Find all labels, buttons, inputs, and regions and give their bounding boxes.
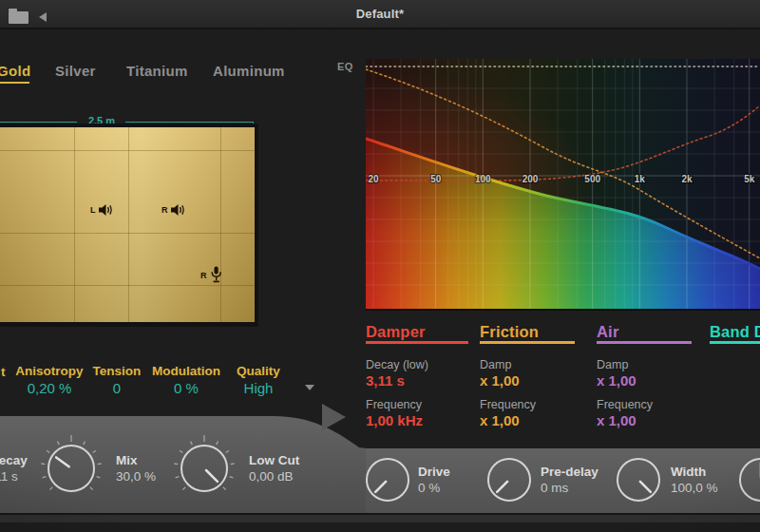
section-friction: Friction Damp x 1,00 Frequency x 1,00 bbox=[480, 323, 603, 341]
section-band-damper: Band Damper bbox=[710, 323, 760, 341]
svg-text:100: 100 bbox=[475, 174, 491, 184]
param-anisotropy: Anisotropy 0,20 % bbox=[15, 364, 83, 396]
dimension-line bbox=[0, 122, 77, 123]
svg-text:200: 200 bbox=[522, 174, 539, 184]
low-cut-knob-label: Low Cut bbox=[249, 453, 299, 467]
section-title[interactable]: Damper bbox=[366, 323, 489, 341]
play-button[interactable] bbox=[322, 404, 346, 430]
param-clipped: t bbox=[1, 365, 6, 379]
bottom-strip bbox=[0, 513, 760, 522]
svg-text:50: 50 bbox=[430, 174, 442, 184]
clipped-right-knob[interactable] bbox=[727, 446, 760, 514]
plate-surface[interactable]: L R R bbox=[0, 127, 255, 322]
speaker-left-label: L bbox=[90, 205, 96, 215]
section-row-label: Decay (low) bbox=[366, 358, 428, 371]
param-tension: Tension 0 bbox=[93, 364, 142, 396]
svg-text:5k: 5k bbox=[744, 174, 755, 184]
param-label: Tension bbox=[93, 364, 142, 378]
mix-knob-label: Mix bbox=[116, 453, 138, 467]
svg-text:2k: 2k bbox=[681, 174, 693, 184]
section-row-label: Damp bbox=[597, 358, 628, 371]
plate-gridline bbox=[0, 150, 255, 151]
section-row-value[interactable]: x 1,00 bbox=[597, 372, 636, 389]
header-bar: Default* bbox=[0, 0, 760, 29]
param-value[interactable]: 0 % bbox=[152, 380, 220, 396]
eq-section-label: EQ bbox=[337, 61, 353, 72]
pre-delay-knob-value[interactable]: 0 ms bbox=[541, 481, 568, 495]
previous-preset-icon[interactable] bbox=[39, 12, 47, 22]
plate-gridline bbox=[0, 233, 255, 234]
param-value[interactable]: High bbox=[237, 380, 280, 396]
tab-aluminum[interactable]: Aluminum bbox=[213, 63, 285, 79]
preset-name[interactable]: Default* bbox=[356, 7, 405, 21]
section-underline bbox=[710, 341, 760, 344]
section-underline bbox=[597, 341, 692, 344]
section-row-value[interactable]: 3,11 s bbox=[366, 372, 405, 389]
section-underline bbox=[480, 341, 575, 344]
mic-right[interactable]: R bbox=[200, 266, 222, 284]
param-label: Modulation bbox=[152, 364, 220, 378]
section-title[interactable]: Friction bbox=[480, 323, 603, 341]
param-quality: Quality High bbox=[237, 364, 280, 396]
tab-titanium[interactable]: Titanium bbox=[126, 63, 188, 79]
param-value[interactable]: 0 bbox=[93, 380, 142, 396]
preset-folder-icon[interactable] bbox=[9, 11, 28, 24]
section-damper: Damper Decay (low) 3,11 s Frequency 1,00… bbox=[366, 323, 489, 341]
svg-text:20: 20 bbox=[368, 174, 379, 184]
microphone-icon bbox=[210, 266, 222, 284]
width-knob-value[interactable]: 100,0 % bbox=[671, 481, 718, 495]
tab-gold[interactable]: Gold bbox=[0, 63, 30, 79]
tab-silver[interactable]: Silver bbox=[55, 63, 96, 79]
svg-text:500: 500 bbox=[584, 174, 600, 184]
plate-gridline bbox=[0, 285, 255, 286]
plate-gridline bbox=[220, 127, 221, 322]
section-row-label: Damp bbox=[480, 358, 511, 371]
decay-knob-label: Decay bbox=[0, 453, 28, 467]
param-label: Anisotropy bbox=[15, 364, 83, 378]
drive-knob-value[interactable]: 0 % bbox=[418, 481, 440, 495]
mix-knob[interactable] bbox=[35, 432, 107, 504]
width-knob-label: Width bbox=[671, 465, 706, 479]
width-knob[interactable] bbox=[604, 446, 673, 514]
speaker-right[interactable]: R bbox=[162, 203, 187, 217]
param-value[interactable]: 0,20 % bbox=[15, 380, 83, 396]
decay-knob-value[interactable]: 3,11 s bbox=[0, 469, 18, 484]
plate-panel: L R R bbox=[0, 124, 258, 327]
low-cut-knob-value[interactable]: 0,00 dB bbox=[249, 469, 294, 484]
drive-knob[interactable] bbox=[353, 446, 422, 514]
dimension-line bbox=[125, 122, 254, 123]
plugin-window: Default* Gold Silver Titanium Aluminum E… bbox=[0, 0, 760, 532]
section-underline bbox=[366, 341, 468, 344]
mic-label: R bbox=[200, 271, 207, 280]
param-modulation: Modulation 0 % bbox=[152, 364, 220, 396]
quality-dropdown-icon[interactable] bbox=[305, 385, 314, 390]
section-air: Air Damp x 1,00 Frequency x 1,00 bbox=[597, 323, 720, 341]
eq-graph[interactable]: 20501002005001k2k5k bbox=[366, 59, 760, 311]
section-title[interactable]: Air bbox=[597, 323, 720, 341]
drive-knob-label: Drive bbox=[418, 465, 450, 479]
plate-gridline bbox=[128, 127, 129, 322]
svg-text:1k: 1k bbox=[635, 174, 646, 184]
param-label: Quality bbox=[237, 364, 280, 378]
speaker-left[interactable]: L bbox=[90, 203, 115, 217]
tab-gold-underline bbox=[0, 82, 29, 84]
pre-delay-knob-label: Pre-delay bbox=[541, 465, 598, 479]
section-row-value[interactable]: x 1,00 bbox=[480, 372, 520, 389]
speaker-icon bbox=[99, 203, 115, 217]
pre-delay-knob[interactable] bbox=[475, 446, 543, 514]
section-title[interactable]: Band Damper bbox=[710, 323, 760, 341]
speaker-right-label: R bbox=[162, 205, 168, 215]
plate-gridline bbox=[74, 127, 75, 322]
low-cut-knob[interactable] bbox=[168, 432, 240, 504]
mix-knob-value[interactable]: 30,0 % bbox=[116, 469, 156, 484]
speaker-icon bbox=[171, 203, 187, 217]
